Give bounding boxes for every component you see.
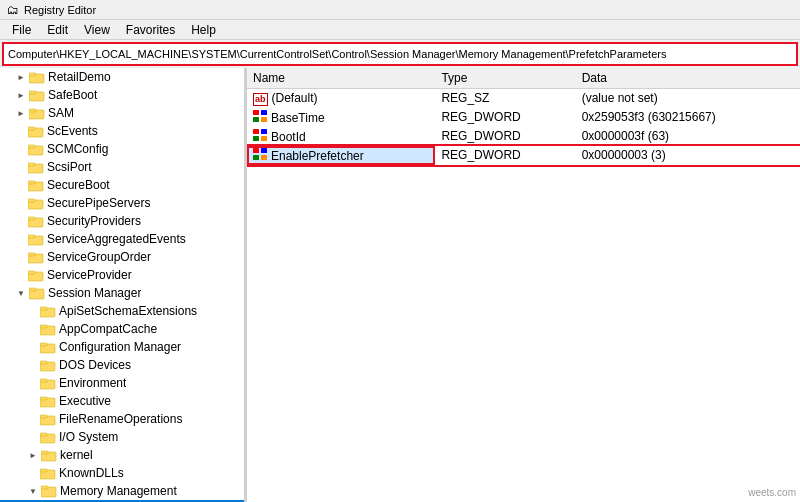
svg-rect-69 [261,136,267,141]
tree-label-knowndlls: KnownDLLs [59,466,124,480]
tree-item-knowndlls[interactable]: KnownDLLs [0,464,244,482]
expand-btn-sessionmanager[interactable]: ▼ [14,286,28,300]
tree-label-retaildemo: RetailDemo [48,70,111,84]
tree-item-iosystem[interactable]: I/O System [0,428,244,446]
tree-item-kernel[interactable]: ►kernel [0,446,244,464]
tree-label-servicegrouporder: ServiceGroupOrder [47,250,151,264]
tree-item-environment[interactable]: Environment [0,374,244,392]
address-bar[interactable]: Computer\HKEY_LOCAL_MACHINE\SYSTEM\Curre… [2,42,798,66]
tree-item-sam[interactable]: ►SAM [0,104,244,122]
svg-rect-29 [40,325,47,328]
tree-item-scmconfig[interactable]: SCMConfig [0,140,244,158]
title-bar: 🗂 Registry Editor [0,0,800,20]
expand-btn-kernel[interactable]: ► [26,448,40,462]
tree-item-filerenameoperations[interactable]: FileRenameOperations [0,410,244,428]
folder-icon-configurationmanager [40,340,56,354]
tree-label-sessionmanager: Session Manager [48,286,141,300]
tree-label-dosdevices: DOS Devices [59,358,131,372]
expand-btn-safeboot[interactable]: ► [14,88,28,102]
tree-item-serviceprovider[interactable]: ServiceProvider [0,266,244,284]
tree-label-iosystem: I/O System [59,430,118,444]
folder-icon-secureboot [28,178,44,192]
tree-item-memorymanagement[interactable]: ▼Memory Management [0,482,244,500]
folder-icon-sam [29,106,45,120]
tree-item-serviceaggregatedevents[interactable]: ServiceAggregatedEvents [0,230,244,248]
svg-rect-11 [28,163,35,166]
tree-item-dosdevices[interactable]: DOS Devices [0,356,244,374]
value-type-enableprefetcher: REG_DWORD [435,146,575,165]
tree-label-secureboot: SecureBoot [47,178,110,192]
tree-item-scevents[interactable]: ScEvents [0,122,244,140]
value-row-enableprefetcher[interactable]: EnablePrefetcherREG_DWORD0x00000003 (3) [247,146,800,165]
tree-item-securityproviders[interactable]: SecurityProviders [0,212,244,230]
menu-item-file[interactable]: File [4,21,39,39]
tree-item-servicegrouporder[interactable]: ServiceGroupOrder [0,248,244,266]
svg-rect-7 [28,127,35,130]
tree-item-configurationmanager[interactable]: Configuration Manager [0,338,244,356]
col-name: Name [247,68,435,88]
value-type-default: REG_SZ [435,88,575,108]
svg-rect-23 [28,271,35,274]
svg-rect-15 [28,199,35,202]
tree-label-serviceprovider: ServiceProvider [47,268,132,282]
tree-label-apisetschemaextensions: ApiSetSchemaExtensions [59,304,197,318]
folder-icon-environment [40,376,56,390]
menu-bar: FileEditViewFavoritesHelp [0,20,800,40]
expand-btn-retaildemo[interactable]: ► [14,70,28,84]
menu-item-edit[interactable]: Edit [39,21,76,39]
tree-item-apisetschemaextensions[interactable]: ApiSetSchemaExtensions [0,302,244,320]
tree-label-scmconfig: SCMConfig [47,142,108,156]
svg-rect-25 [29,288,36,291]
tree-panel[interactable]: ►RetailDemo►SafeBoot►SAMScEventsSCMConfi… [0,68,245,502]
watermark: weets.com [748,487,796,498]
svg-rect-71 [261,148,267,153]
expand-btn-sam[interactable]: ► [14,106,28,120]
menu-item-favorites[interactable]: Favorites [118,21,183,39]
value-data-enableprefetcher: 0x00000003 (3) [576,146,800,165]
folder-icon-securityproviders [28,214,44,228]
tree-label-securityproviders: SecurityProviders [47,214,141,228]
value-row-basetime[interactable]: BaseTimeREG_DWORD0x259053f3 (630215667) [247,108,800,127]
tree-item-sessionmanager[interactable]: ▼Session Manager [0,284,244,302]
value-name-default: ab(Default) [247,88,435,108]
tree-item-appcompatchache[interactable]: AppCompatCache [0,320,244,338]
value-data-basetime: 0x259053f3 (630215667) [576,108,800,127]
tree-item-safeboot[interactable]: ►SafeBoot [0,86,244,104]
folder-icon-safeboot [29,88,45,102]
folder-icon-scevents [28,124,44,138]
svg-rect-47 [41,486,48,489]
tree-item-secureboot[interactable]: SecureBoot [0,176,244,194]
svg-rect-21 [28,253,35,256]
value-row-bootid[interactable]: BootIdREG_DWORD0x0000003f (63) [247,127,800,146]
tree-label-scevents: ScEvents [47,124,98,138]
tree-item-executive[interactable]: Executive [0,392,244,410]
svg-rect-1 [29,73,36,76]
folder-icon-kernel [41,448,57,462]
svg-rect-43 [41,451,48,454]
menu-item-help[interactable]: Help [183,21,224,39]
tree-item-retaildemo[interactable]: ►RetailDemo [0,68,244,86]
tree-item-securepipeservers[interactable]: SecurePipeServers [0,194,244,212]
folder-icon-scsiport [28,160,44,174]
folder-icon-appcompatchache [40,322,56,336]
svg-rect-72 [253,155,259,160]
tree-item-scsiport[interactable]: ScsiPort [0,158,244,176]
folder-icon-executive [40,394,56,408]
expand-btn-memorymanagement[interactable]: ▼ [26,484,40,498]
values-table: Name Type Data ab(Default)REG_SZ(value n… [247,68,800,165]
tree-label-configurationmanager: Configuration Manager [59,340,181,354]
folder-icon-memorymanagement [41,484,57,498]
value-name-enableprefetcher: EnablePrefetcher [247,146,435,165]
value-row-default[interactable]: ab(Default)REG_SZ(value not set) [247,88,800,108]
address-bar-path: Computer\HKEY_LOCAL_MACHINE\SYSTEM\Curre… [8,48,666,60]
value-type-bootid: REG_DWORD [435,127,575,146]
svg-rect-66 [253,129,259,134]
value-data-bootid: 0x0000003f (63) [576,127,800,146]
app-icon: 🗂 [6,3,20,17]
folder-icon-scmconfig [28,142,44,156]
tree-label-executive: Executive [59,394,111,408]
svg-rect-5 [29,109,36,112]
values-panel[interactable]: Name Type Data ab(Default)REG_SZ(value n… [247,68,800,502]
svg-rect-73 [261,155,267,160]
menu-item-view[interactable]: View [76,21,118,39]
